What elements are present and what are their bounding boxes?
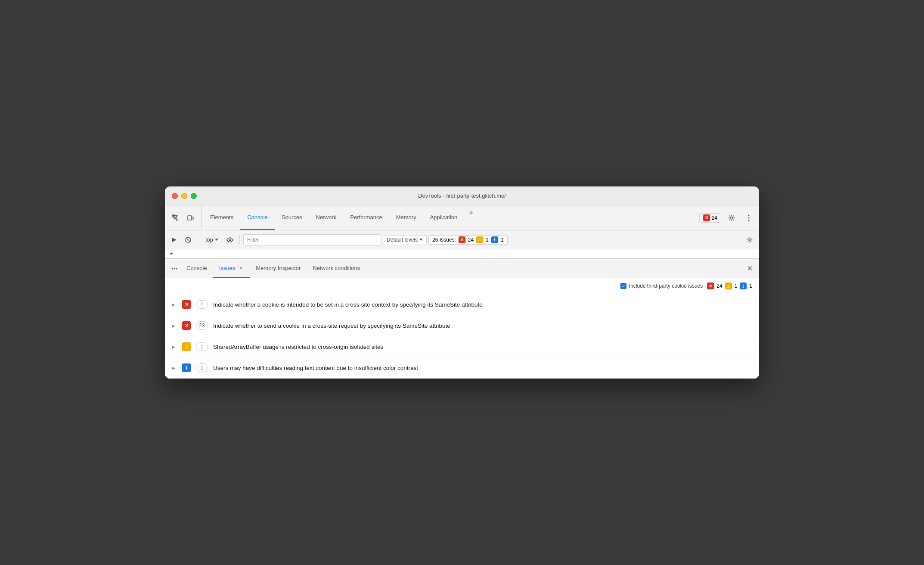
issue-text-1: Indicate whether to send a cookie in a c… [213, 323, 752, 329]
tab-network[interactable]: Network [309, 205, 344, 230]
issues-badge-nav[interactable]: ✕ 24 [699, 213, 721, 223]
filter-input[interactable] [243, 234, 381, 245]
svg-point-10 [749, 239, 750, 241]
issue-row-0[interactable]: ▶ ✕ 1 Indicate whether a cookie is inten… [165, 294, 759, 315]
devtools-window: DevTools - first-party-test.glitch.me/ [165, 186, 759, 379]
tab-memory[interactable]: Memory [389, 205, 423, 230]
inspect-element-icon[interactable] [168, 211, 182, 225]
issues-count-toolbar[interactable]: 26 Issues: ✕ 24 ⚠ 1 ℹ 1 [428, 235, 507, 245]
more-options-icon[interactable] [742, 211, 756, 225]
issue-text-2: SharedArrayBuffer usage is restricted to… [213, 344, 752, 350]
bottom-panel: Console Issues ✕ Memory Inspector Networ… [165, 258, 759, 379]
issue-row-1[interactable]: ▶ ✕ 23 Indicate whether to send a cookie… [165, 315, 759, 336]
svg-point-3 [731, 217, 733, 219]
maximize-button[interactable] [191, 193, 197, 199]
issues-yellow-icon-toolbar: ⚠ [476, 236, 483, 243]
expand-arrow-icon-3: ▶ [172, 366, 177, 370]
issues-red-count-icon: ✕ [707, 282, 714, 289]
minimize-button[interactable] [181, 193, 187, 199]
devtools-body: Elements Console Sources Network Perform… [165, 205, 759, 379]
bottom-tabs-bar: Console Issues ✕ Memory Inspector Networ… [165, 259, 759, 278]
nav-tabs-bar: Elements Console Sources Network Perform… [165, 205, 759, 230]
live-expressions-icon[interactable] [224, 234, 236, 246]
issue-count-badge-0: 1 [196, 300, 208, 309]
context-selector[interactable]: top [202, 235, 222, 244]
close-button[interactable] [172, 193, 178, 199]
issue-row-2[interactable]: ▶ ⚠ 1 SharedArrayBuffer usage is restric… [165, 336, 759, 357]
title-bar: DevTools - first-party-test.glitch.me/ [165, 186, 759, 205]
bottom-tab-console[interactable]: Console [180, 259, 213, 278]
window-title: DevTools - first-party-test.glitch.me/ [418, 192, 506, 199]
svg-point-12 [174, 268, 175, 269]
console-settings-icon[interactable] [744, 234, 756, 246]
issue-row-3[interactable]: ▶ ℹ 1 Users may have difficulties readin… [165, 357, 759, 379]
nav-right: ✕ 24 [699, 205, 756, 230]
bottom-tab-issues[interactable]: Issues ✕ [213, 259, 250, 278]
svg-rect-2 [192, 217, 194, 219]
svg-point-13 [176, 268, 177, 269]
issues-counts: ✕ 24 ⚠ 1 ℹ 1 [707, 282, 752, 289]
console-toolbar: top Default levels 26 Issues: ✕ 24 ⚠ 1 [165, 230, 759, 249]
issue-count-badge-2: 1 [196, 342, 208, 351]
issues-yellow-count-icon: ⚠ [725, 282, 732, 289]
bottom-tab-memory-inspector[interactable]: Memory Inspector [250, 259, 307, 278]
toolbar-separator-1 [198, 236, 198, 244]
console-content: Console Issues ✕ Memory Inspector Networ… [165, 249, 759, 379]
svg-point-9 [229, 239, 231, 241]
issue-text-0: Indicate whether a cookie is intended to… [213, 301, 752, 308]
more-tabs-button[interactable]: » [464, 205, 478, 219]
issues-toolbar-row: ✓ Include third-party cookie issues ✕ 24… [165, 278, 759, 294]
bottom-more-icon[interactable] [168, 263, 180, 275]
toolbar-separator-2 [239, 236, 240, 244]
svg-point-11 [172, 268, 173, 269]
issues-blue-count-icon: ℹ [740, 282, 747, 289]
issues-red-icon-toolbar: ✕ [459, 236, 465, 243]
device-toolbar-icon[interactable] [184, 211, 198, 225]
settings-icon[interactable] [725, 211, 738, 225]
bottom-tab-network-conditions[interactable]: Network conditions [307, 259, 366, 278]
issue-text-3: Users may have difficulties reading text… [213, 365, 752, 371]
include-third-party-checkbox[interactable]: ✓ Include third-party cookie issues [620, 283, 703, 289]
expand-arrow-icon-0: ▶ [172, 302, 177, 307]
clear-console-icon[interactable] [182, 234, 194, 246]
close-bottom-panel-icon[interactable]: ✕ [744, 263, 756, 275]
checkbox-icon: ✓ [620, 283, 626, 289]
traffic-lights [172, 193, 197, 199]
expand-arrow-icon-2: ▶ [172, 345, 177, 349]
issue-count-badge-3: 1 [196, 363, 208, 372]
issue-type-icon-2: ⚠ [182, 342, 191, 351]
issue-count-badge-1: 23 [196, 321, 208, 330]
tab-elements[interactable]: Elements [203, 205, 240, 230]
tab-sources[interactable]: Sources [275, 205, 309, 230]
log-levels-selector[interactable]: Default levels [383, 236, 427, 244]
expand-arrow-icon-1: ▶ [172, 323, 177, 328]
issues-blue-icon-toolbar: ℹ [491, 236, 498, 243]
issue-type-icon-1: ✕ [182, 321, 191, 330]
console-expand-row[interactable] [165, 249, 759, 258]
issues-tab-close-icon[interactable]: ✕ [238, 265, 244, 271]
nav-left-icons [168, 205, 202, 230]
issue-type-icon-0: ✕ [182, 300, 191, 309]
issues-red-icon: ✕ [703, 214, 710, 221]
issues-panel: ✓ Include third-party cookie issues ✕ 24… [165, 278, 759, 379]
issue-type-icon-3: ℹ [182, 363, 191, 372]
svg-point-6 [748, 220, 750, 221]
run-snippet-icon[interactable] [168, 234, 180, 246]
svg-line-8 [186, 238, 190, 242]
tab-console[interactable]: Console [240, 205, 275, 230]
svg-rect-1 [188, 216, 192, 220]
tab-performance[interactable]: Performance [343, 205, 389, 230]
tab-application[interactable]: Application [423, 205, 465, 230]
svg-point-5 [748, 217, 750, 218]
svg-point-4 [748, 214, 750, 216]
